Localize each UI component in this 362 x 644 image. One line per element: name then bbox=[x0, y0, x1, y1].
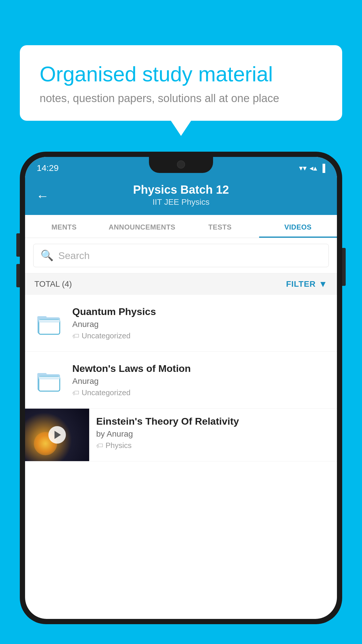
video-info: Einstein's Theory Of Relativity by Anura… bbox=[89, 409, 337, 457]
list-item[interactable]: Quantum Physics Anurag 🏷 Uncategorized bbox=[25, 295, 337, 352]
search-icon: 🔍 bbox=[41, 249, 54, 262]
volume-down-button bbox=[16, 264, 20, 287]
video-tag: 🏷 Uncategorized bbox=[72, 388, 328, 397]
tag-icon: 🏷 bbox=[72, 332, 79, 340]
video-list: Quantum Physics Anurag 🏷 Uncategorized bbox=[25, 295, 337, 461]
svg-rect-7 bbox=[39, 377, 60, 379]
svg-rect-1 bbox=[37, 316, 47, 319]
header-subtitle: IIT JEE Physics bbox=[36, 197, 326, 207]
video-tag: 🏷 Uncategorized bbox=[72, 331, 328, 340]
folder-icon bbox=[36, 368, 62, 393]
video-thumbnail bbox=[34, 309, 64, 338]
filter-button[interactable]: FILTER ▼ bbox=[286, 279, 328, 289]
front-camera bbox=[177, 160, 185, 169]
tab-bar: MENTS ANNOUNCEMENTS TESTS VIDEOS bbox=[25, 215, 337, 238]
total-count: TOTAL (4) bbox=[34, 279, 72, 289]
play-icon bbox=[55, 431, 61, 439]
video-title: Newton's Laws of Motion bbox=[72, 363, 328, 374]
search-input[interactable]: Search bbox=[58, 250, 90, 261]
speech-bubble-title: Organised study material bbox=[40, 63, 322, 86]
header-title: Physics Batch 12 bbox=[36, 183, 326, 196]
tab-announcements[interactable]: ANNOUNCEMENTS bbox=[103, 215, 181, 238]
tag-icon: 🏷 bbox=[96, 442, 103, 450]
video-title: Quantum Physics bbox=[72, 306, 328, 317]
signal-icon: ◂▴ bbox=[310, 164, 317, 173]
video-author: by Anurag bbox=[96, 429, 330, 439]
power-button bbox=[342, 248, 346, 286]
svg-rect-5 bbox=[37, 373, 47, 376]
filter-icon: ▼ bbox=[319, 279, 328, 289]
list-item[interactable]: Einstein's Theory Of Relativity by Anura… bbox=[25, 409, 337, 461]
phone-outer: 14:29 ▾▾ ◂▴ ▐ ← Physics Batch 12 IIT JEE… bbox=[20, 152, 342, 624]
status-icons: ▾▾ ◂▴ ▐ bbox=[299, 164, 325, 173]
folder-icon bbox=[36, 311, 62, 336]
video-tag: 🏷 Physics bbox=[96, 441, 330, 450]
phone-screen: 14:29 ▾▾ ◂▴ ▐ ← Physics Batch 12 IIT JEE… bbox=[25, 157, 337, 619]
battery-icon: ▐ bbox=[320, 164, 325, 173]
tab-tests[interactable]: TESTS bbox=[181, 215, 259, 238]
tab-ments[interactable]: MENTS bbox=[25, 215, 103, 238]
video-thumbnail bbox=[34, 365, 64, 395]
tab-videos[interactable]: VIDEOS bbox=[259, 215, 337, 238]
filter-row: TOTAL (4) FILTER ▼ bbox=[25, 273, 337, 295]
back-button[interactable]: ← bbox=[36, 189, 49, 203]
status-time: 14:29 bbox=[37, 163, 59, 173]
video-info: Newton's Laws of Motion Anurag 🏷 Uncateg… bbox=[72, 363, 328, 397]
list-item[interactable]: Newton's Laws of Motion Anurag 🏷 Uncateg… bbox=[25, 352, 337, 409]
tag-icon: 🏷 bbox=[72, 389, 79, 397]
search-bar[interactable]: 🔍 Search bbox=[33, 244, 329, 267]
video-title: Einstein's Theory Of Relativity bbox=[96, 416, 330, 427]
svg-rect-3 bbox=[39, 320, 60, 323]
volume-up-button bbox=[16, 233, 20, 257]
phone-notch bbox=[149, 157, 213, 173]
video-info: Quantum Physics Anurag 🏷 Uncategorized bbox=[72, 306, 328, 340]
speech-bubble-subtitle: notes, question papers, solutions all at… bbox=[40, 92, 322, 105]
speech-bubble-card: Organised study material notes, question… bbox=[20, 45, 342, 121]
video-author: Anurag bbox=[72, 377, 328, 386]
play-button[interactable] bbox=[48, 426, 66, 444]
speech-bubble-section: Organised study material notes, question… bbox=[20, 45, 342, 121]
search-container: 🔍 Search bbox=[25, 238, 337, 273]
video-thumbnail-image bbox=[25, 409, 89, 461]
app-header: ← Physics Batch 12 IIT JEE Physics bbox=[25, 177, 337, 215]
video-author: Anurag bbox=[72, 320, 328, 329]
phone-mockup: 14:29 ▾▾ ◂▴ ▐ ← Physics Batch 12 IIT JEE… bbox=[20, 152, 342, 644]
wifi-icon: ▾▾ bbox=[299, 164, 307, 173]
